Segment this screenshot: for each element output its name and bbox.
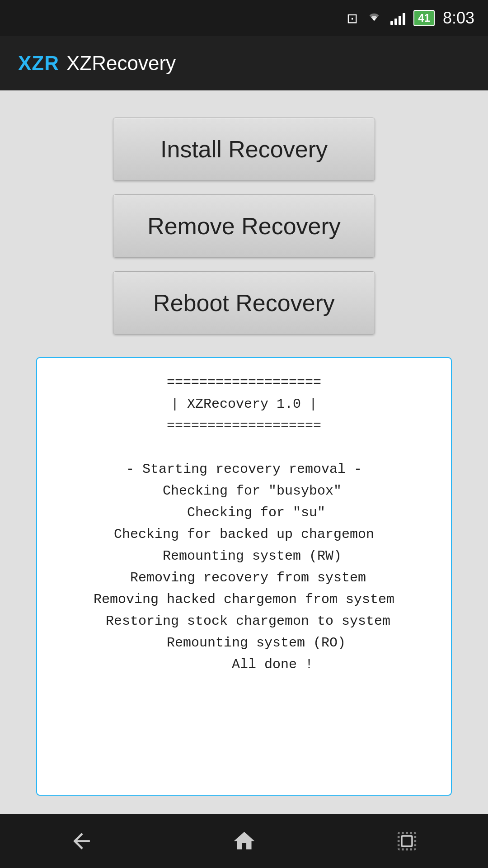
reboot-recovery-button[interactable]: Reboot Recovery [113,271,375,335]
cast-icon: ⊡ [347,10,358,26]
console-text: =================== | XZRecovery 1.0 | =… [46,372,442,675]
app-logo: XZR [18,52,59,75]
remove-recovery-button[interactable]: Remove Recovery [113,194,375,258]
nav-bar [0,814,488,868]
battery-level: 41 [418,12,430,24]
reboot-recovery-label: Reboot Recovery [153,289,335,316]
wifi-icon [366,10,382,27]
status-time: 8:03 [443,9,474,28]
battery-indicator: 41 [413,10,435,26]
back-button[interactable] [54,823,108,859]
app-title: XZRecovery [66,52,176,75]
app-bar: XZR XZRecovery [0,36,488,90]
install-recovery-button[interactable]: Install Recovery [113,118,375,181]
install-recovery-label: Install Recovery [160,136,328,163]
signal-icon [390,11,405,25]
recents-button[interactable] [380,823,434,859]
svg-rect-0 [402,836,412,846]
console-output-area: =================== | XZRecovery 1.0 | =… [36,357,452,796]
remove-recovery-label: Remove Recovery [147,212,341,240]
main-content: Install Recovery Remove Recovery Reboot … [0,90,488,814]
status-bar: ⊡ 41 8:03 [0,0,488,36]
home-button[interactable] [217,823,271,859]
